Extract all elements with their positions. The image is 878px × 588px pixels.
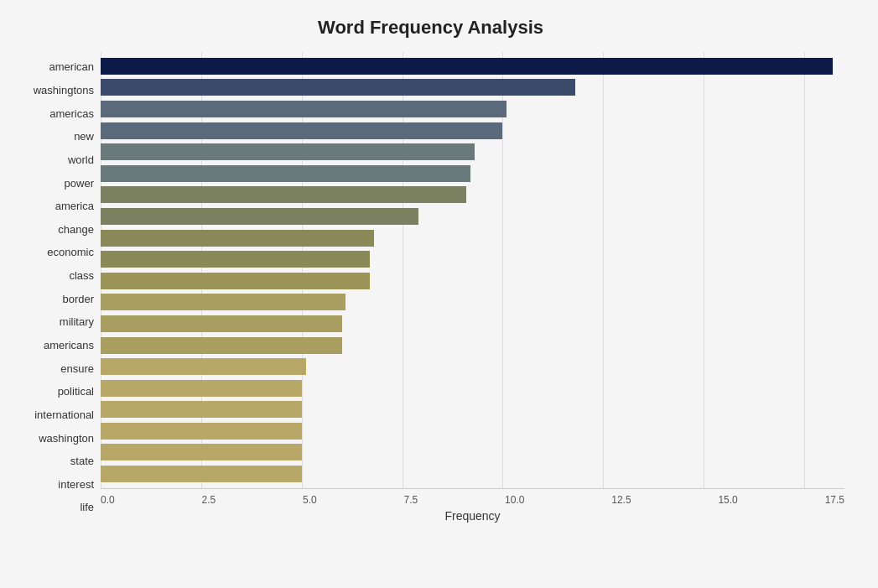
bar	[101, 337, 342, 354]
bar	[101, 101, 507, 117]
y-axis-label: americas	[49, 108, 94, 119]
y-axis-label: economic	[47, 247, 94, 258]
bar-row	[101, 101, 844, 117]
bar-row	[101, 273, 844, 289]
x-tick: 15.0	[718, 494, 737, 506]
y-axis-label: state	[70, 455, 94, 466]
chart-area: americanwashingtonsamericasnewworldpower…	[17, 52, 844, 523]
bar	[101, 401, 302, 418]
bar-row	[101, 401, 844, 418]
bar-row	[101, 186, 844, 203]
y-axis-label: military	[60, 316, 94, 327]
bar-row	[101, 143, 844, 160]
bar-row	[101, 358, 844, 375]
bar	[101, 143, 475, 160]
bar-row	[101, 337, 844, 354]
bar	[101, 58, 833, 75]
bar-row	[101, 380, 844, 397]
bar-row	[101, 208, 844, 225]
bar	[101, 186, 466, 203]
x-tick: 12.5	[611, 494, 631, 506]
bar-row	[101, 58, 844, 75]
y-axis-label: american	[49, 61, 94, 72]
bar	[101, 251, 370, 268]
x-axis: 0.02.55.07.510.012.515.017.5	[101, 488, 844, 506]
bar-row	[101, 294, 844, 310]
bar-row	[101, 251, 844, 268]
y-axis-label: interest	[58, 479, 94, 490]
x-tick: 17.5	[825, 494, 844, 506]
x-axis-label: Frequency	[101, 509, 844, 523]
bar	[101, 423, 302, 440]
bar	[101, 230, 374, 247]
x-tick: 2.5	[202, 494, 216, 506]
y-axis-label: power	[65, 178, 94, 189]
y-axis-label: world	[68, 154, 94, 165]
bar	[101, 165, 470, 182]
y-axis-label: change	[58, 224, 94, 235]
y-axis-label: new	[74, 131, 94, 142]
bar	[101, 444, 302, 461]
y-axis-label: americans	[44, 340, 94, 351]
y-labels: americanwashingtonsamericasnewworldpower…	[17, 52, 101, 523]
bar-row	[101, 122, 844, 139]
bar	[101, 466, 302, 482]
y-axis-label: border	[62, 294, 94, 304]
bar	[101, 208, 418, 225]
bars-area	[101, 52, 844, 488]
bar	[101, 122, 502, 139]
bar-row	[101, 444, 844, 461]
x-tick: 0.0	[101, 494, 115, 506]
bar	[101, 380, 302, 397]
bar-row	[101, 230, 844, 247]
y-axis-label: washington	[39, 433, 94, 444]
bar	[101, 273, 370, 289]
bar	[101, 358, 306, 375]
bars-and-x: 0.02.55.07.510.012.515.017.5 Frequency	[101, 52, 844, 523]
y-axis-label: ensure	[60, 363, 94, 374]
bar-row	[101, 79, 844, 96]
y-axis-label: life	[80, 502, 94, 513]
bar-row	[101, 466, 844, 482]
bar	[101, 315, 342, 332]
bar-row	[101, 315, 844, 332]
y-axis-label: america	[55, 200, 94, 211]
y-axis-label: political	[58, 386, 94, 397]
chart-title: Word Frequency Analysis	[17, 17, 844, 39]
bar	[101, 294, 345, 310]
bar	[101, 79, 575, 96]
y-axis-label: class	[69, 270, 94, 281]
x-tick: 5.0	[303, 494, 317, 506]
bar-row	[101, 165, 844, 182]
bar-row	[101, 423, 844, 440]
y-axis-label: washingtons	[34, 85, 94, 96]
x-tick: 7.5	[404, 494, 418, 506]
y-axis-label: international	[34, 409, 94, 420]
x-tick: 10.0	[505, 494, 524, 506]
chart-container: Word Frequency Analysis americanwashingt…	[0, 0, 878, 588]
